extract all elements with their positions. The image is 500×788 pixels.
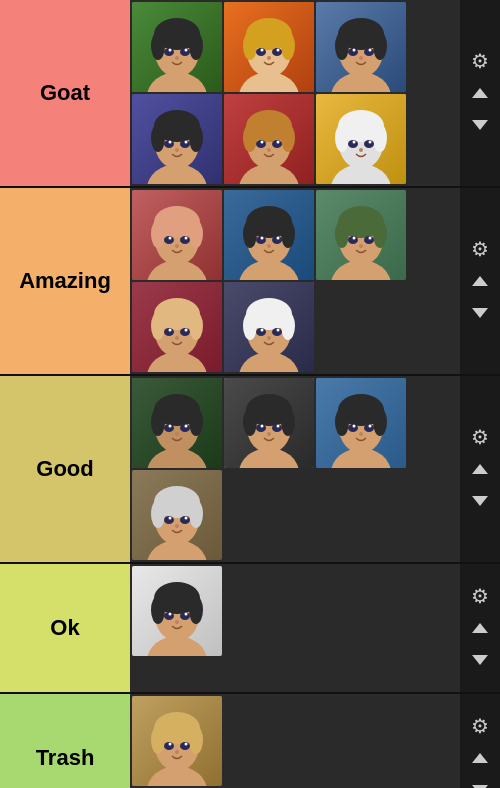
svg-point-127: [243, 312, 257, 340]
tier-controls-trash: ⚙: [460, 694, 500, 788]
character-5[interactable]: [224, 94, 314, 184]
svg-point-41: [151, 124, 165, 152]
character-4[interactable]: [132, 94, 222, 184]
svg-point-109: [359, 244, 363, 248]
svg-point-69: [353, 141, 356, 144]
svg-point-171: [359, 432, 363, 436]
character-16[interactable]: [132, 566, 222, 656]
tier-row-trash: Trash⚙: [0, 694, 500, 788]
svg-point-178: [189, 500, 203, 528]
svg-point-154: [281, 408, 295, 436]
svg-point-42: [189, 124, 203, 152]
svg-marker-135: [472, 308, 488, 318]
svg-point-146: [185, 425, 188, 428]
svg-point-45: [169, 141, 172, 144]
tier-label-ok: Ok: [0, 564, 130, 692]
svg-point-57: [261, 141, 264, 144]
svg-point-120: [185, 329, 188, 332]
up-button-good[interactable]: [464, 455, 496, 483]
svg-point-96: [277, 237, 280, 240]
character-10[interactable]: [132, 282, 222, 372]
svg-point-169: [353, 425, 356, 428]
down-button-trash[interactable]: [464, 776, 496, 788]
svg-point-66: [373, 124, 387, 152]
svg-point-58: [277, 141, 280, 144]
svg-point-85: [175, 244, 179, 248]
tier-controls-good: ⚙: [460, 376, 500, 562]
svg-point-191: [151, 596, 165, 624]
svg-marker-185: [472, 496, 488, 506]
svg-point-115: [151, 312, 165, 340]
svg-point-71: [359, 148, 363, 152]
character-15[interactable]: [132, 470, 222, 560]
gear-button-amazing[interactable]: ⚙: [464, 235, 496, 263]
svg-point-84: [185, 237, 188, 240]
svg-point-108: [369, 237, 372, 240]
tier-controls-goat: ⚙: [460, 0, 500, 186]
svg-point-209: [169, 743, 172, 746]
character-3[interactable]: [316, 2, 406, 92]
tier-label-goat: Goat: [0, 0, 130, 186]
svg-marker-199: [472, 655, 488, 665]
tier-images-trash: [130, 694, 460, 788]
svg-point-59: [267, 148, 271, 152]
up-button-goat[interactable]: [464, 79, 496, 107]
svg-marker-198: [472, 623, 488, 633]
gear-button-trash[interactable]: ⚙: [464, 712, 496, 740]
up-button-ok[interactable]: [464, 614, 496, 642]
character-14[interactable]: [316, 378, 406, 468]
svg-point-210: [185, 743, 188, 746]
svg-point-165: [335, 408, 349, 436]
svg-point-34: [369, 49, 372, 52]
character-11[interactable]: [224, 282, 314, 372]
tier-label-amazing: Amazing: [0, 188, 130, 374]
svg-point-65: [335, 124, 349, 152]
character-8[interactable]: [224, 190, 314, 280]
character-12[interactable]: [132, 378, 222, 468]
character-17[interactable]: [132, 696, 222, 786]
svg-point-47: [175, 148, 179, 152]
tier-images-goat: [130, 0, 460, 186]
svg-point-206: [189, 726, 203, 754]
gear-button-ok[interactable]: ⚙: [464, 582, 496, 610]
svg-point-70: [369, 141, 372, 144]
svg-point-17: [243, 32, 257, 60]
svg-point-46: [185, 141, 188, 144]
svg-point-95: [261, 237, 264, 240]
svg-point-158: [277, 425, 280, 428]
svg-point-166: [373, 408, 387, 436]
gear-button-goat[interactable]: ⚙: [464, 47, 496, 75]
svg-point-97: [267, 244, 271, 248]
character-6[interactable]: [316, 94, 406, 184]
svg-point-116: [189, 312, 203, 340]
tier-row-amazing: Amazing⚙: [0, 188, 500, 376]
gear-button-good[interactable]: ⚙: [464, 423, 496, 451]
character-1[interactable]: [132, 2, 222, 92]
character-9[interactable]: [316, 190, 406, 280]
tier-label-trash: Trash: [0, 694, 130, 788]
svg-point-83: [169, 237, 172, 240]
svg-point-131: [261, 329, 264, 332]
svg-point-80: [189, 220, 203, 248]
character-7[interactable]: [132, 190, 222, 280]
down-button-ok[interactable]: [464, 646, 496, 674]
svg-point-211: [175, 750, 179, 754]
svg-point-91: [243, 220, 257, 248]
tier-controls-ok: ⚙: [460, 564, 500, 692]
down-button-good[interactable]: [464, 487, 496, 515]
svg-point-177: [151, 500, 165, 528]
down-button-amazing[interactable]: [464, 299, 496, 327]
svg-point-5: [151, 32, 165, 60]
character-2[interactable]: [224, 2, 314, 92]
character-13[interactable]: [224, 378, 314, 468]
up-button-trash[interactable]: [464, 744, 496, 772]
svg-point-33: [353, 49, 356, 52]
svg-point-54: [281, 124, 295, 152]
svg-point-142: [189, 408, 203, 436]
svg-point-35: [359, 56, 363, 60]
svg-point-147: [175, 432, 179, 436]
svg-point-197: [175, 620, 179, 624]
down-button-goat[interactable]: [464, 111, 496, 139]
svg-point-121: [175, 336, 179, 340]
up-button-amazing[interactable]: [464, 267, 496, 295]
